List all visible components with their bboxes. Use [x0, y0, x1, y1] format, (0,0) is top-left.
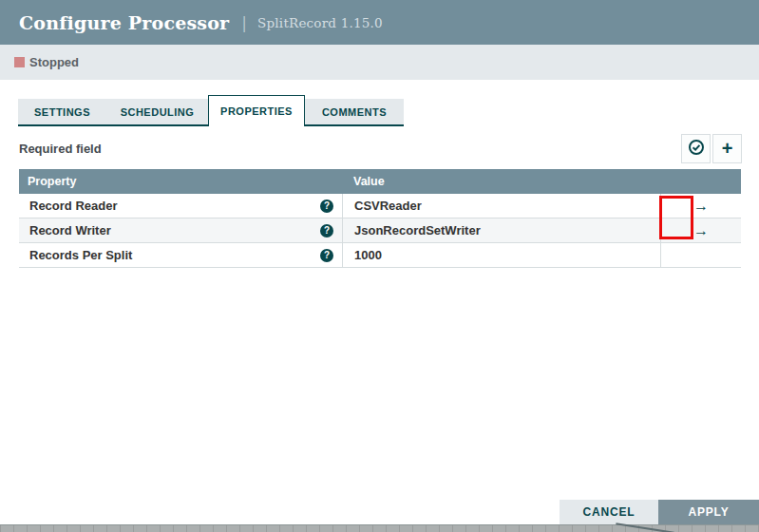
property-value[interactable]: CSVReader: [342, 194, 660, 218]
stopped-status-icon: [14, 57, 25, 67]
table-row[interactable]: Record Reader ? CSVReader →: [19, 194, 741, 218]
table-header-row: Property Value: [19, 169, 741, 194]
property-value[interactable]: 1000: [342, 243, 660, 267]
column-header-property: Property: [19, 175, 342, 188]
plus-icon: +: [722, 139, 733, 158]
status-label: Stopped: [29, 55, 79, 69]
help-icon[interactable]: ?: [320, 200, 333, 213]
property-name: Records Per Split: [29, 248, 132, 262]
verify-properties-button[interactable]: [681, 134, 711, 163]
apply-button[interactable]: APPLY: [658, 500, 759, 524]
tab-scheduling[interactable]: SCHEDULING: [106, 99, 208, 126]
property-name: Record Writer: [29, 223, 111, 238]
properties-toolbar: Required field +: [19, 134, 742, 163]
processor-name-version: SplitRecord 1.15.0: [257, 15, 383, 30]
properties-table: Property Value Record Reader ? CSVReader…: [19, 169, 741, 268]
help-icon[interactable]: ?: [320, 249, 333, 262]
property-value[interactable]: JsonRecordSetWriter: [342, 218, 660, 242]
required-field-label: Required field: [19, 142, 102, 156]
dialog-header: Configure Processor | SplitRecord 1.15.0: [0, 0, 759, 45]
check-circle-icon: [688, 139, 705, 160]
property-name: Record Reader: [29, 199, 117, 213]
cancel-button[interactable]: CANCEL: [560, 500, 658, 524]
table-row[interactable]: Record Writer ? JsonRecordSetWriter →: [19, 218, 741, 243]
tab-bar: SETTINGS SCHEDULING PROPERTIES COMMENTS: [18, 95, 404, 126]
table-row[interactable]: Records Per Split ? 1000: [19, 243, 741, 268]
help-icon[interactable]: ?: [320, 224, 333, 238]
tab-properties[interactable]: PROPERTIES: [208, 95, 305, 126]
go-to-service-icon[interactable]: →: [693, 199, 709, 214]
tab-comments[interactable]: COMMENTS: [305, 99, 404, 126]
tab-settings[interactable]: SETTINGS: [18, 99, 106, 126]
status-bar: Stopped: [0, 45, 759, 80]
dialog-title: Configure Processor: [19, 12, 229, 33]
title-separator: |: [241, 13, 247, 32]
column-header-value: Value: [342, 175, 660, 188]
add-property-button[interactable]: +: [712, 134, 742, 163]
toolbar-icon-buttons: +: [681, 134, 742, 163]
go-to-service-icon[interactable]: →: [693, 223, 709, 238]
